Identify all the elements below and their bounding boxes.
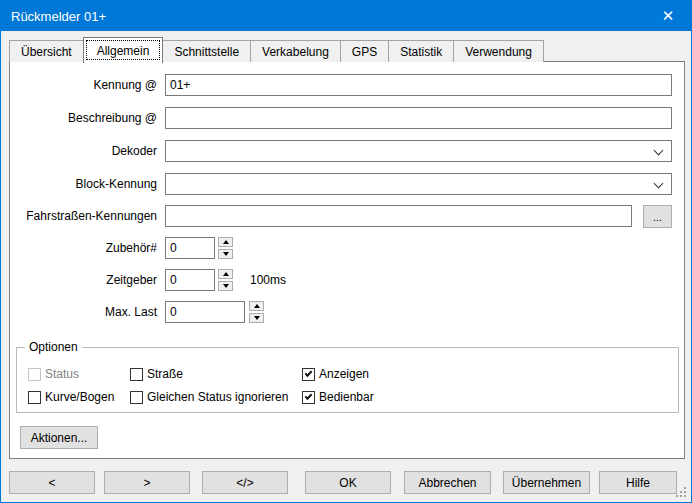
tab-label: Statistik bbox=[400, 45, 442, 59]
close-icon: ✕ bbox=[662, 7, 675, 25]
checkbox-label: Gleichen Status ignorieren bbox=[147, 390, 288, 404]
dekoder-label: Dekoder bbox=[10, 140, 157, 162]
tab-label: Übersicht bbox=[21, 45, 72, 59]
zubehoer-input[interactable] bbox=[165, 237, 215, 259]
tab-label: GPS bbox=[352, 45, 377, 59]
beschreibung-label: Beschreibung @ bbox=[10, 107, 157, 129]
checkbox-label: Straße bbox=[147, 367, 183, 381]
arrow-up-icon bbox=[223, 240, 229, 244]
checkbox-box[interactable] bbox=[28, 391, 41, 404]
checkbox-status: Status bbox=[28, 367, 79, 381]
zeitgeber-label: Zeitgeber bbox=[10, 269, 157, 291]
chevron-down-icon bbox=[654, 146, 664, 156]
checkbox-strasse[interactable]: Straße bbox=[130, 367, 183, 381]
tab-label: Allgemein bbox=[97, 44, 150, 58]
spin-down-button[interactable] bbox=[218, 281, 233, 291]
zubehoer-spinner bbox=[218, 237, 233, 259]
arrow-down-icon bbox=[254, 316, 260, 320]
arrow-down-icon bbox=[223, 252, 229, 256]
checkbox-anzeigen[interactable]: Anzeigen bbox=[302, 367, 369, 381]
checkbox-box[interactable] bbox=[130, 391, 143, 404]
tab-statistik[interactable]: Statistik bbox=[388, 40, 454, 62]
max-last-input[interactable] bbox=[165, 301, 245, 323]
kennung-input[interactable] bbox=[165, 74, 672, 96]
next-button[interactable]: > bbox=[104, 471, 190, 494]
arrow-up-icon bbox=[223, 272, 229, 276]
block-kennung-label: Block-Kennung bbox=[10, 173, 157, 195]
checkbox-label: Kurve/Bogen bbox=[45, 390, 114, 404]
checkbox-box[interactable] bbox=[302, 391, 315, 404]
tab-label: Schnittstelle bbox=[174, 45, 239, 59]
resize-grip[interactable] bbox=[684, 495, 686, 497]
zeitgeber-input[interactable] bbox=[165, 269, 215, 291]
checkbox-gleichen-status-ignorieren[interactable]: Gleichen Status ignorieren bbox=[130, 390, 288, 404]
tab-allgemein[interactable]: Allgemein bbox=[83, 37, 164, 63]
checkbox-box[interactable] bbox=[302, 368, 315, 381]
block-kennung-combobox[interactable] bbox=[165, 173, 672, 195]
aktionen-button[interactable]: Aktionen... bbox=[20, 426, 98, 449]
checkbox-label: Bedienbar bbox=[319, 390, 374, 404]
spin-up-button[interactable] bbox=[249, 301, 264, 311]
cancel-button[interactable]: Abbrechen bbox=[404, 471, 491, 494]
tab-schnittstelle[interactable]: Schnittstelle bbox=[162, 40, 251, 62]
dialog-rueckmelder: Rückmelder 01+ ✕ Übersicht Allgemein Sch… bbox=[0, 0, 692, 503]
tab-label: Verkabelung bbox=[262, 45, 329, 59]
zeitgeber-spinner bbox=[218, 269, 233, 291]
spin-up-button[interactable] bbox=[218, 237, 233, 247]
dekoder-combobox[interactable] bbox=[165, 140, 672, 162]
checkbox-box[interactable] bbox=[130, 368, 143, 381]
optionen-groupbox: Optionen Status Straße Anzeigen Kurve/Bo… bbox=[16, 347, 679, 413]
prev-button[interactable]: < bbox=[9, 471, 95, 494]
zubehoer-label: Zubehör# bbox=[10, 237, 157, 259]
check-icon bbox=[305, 392, 313, 400]
close-button[interactable]: ✕ bbox=[645, 1, 691, 31]
check-icon bbox=[305, 369, 313, 377]
titlebar[interactable]: Rückmelder 01+ ✕ bbox=[1, 1, 691, 31]
ok-button[interactable]: OK bbox=[305, 471, 391, 494]
window-title: Rückmelder 01+ bbox=[11, 9, 106, 24]
kennung-label: Kennung @ bbox=[10, 74, 157, 96]
chevron-down-icon bbox=[654, 179, 664, 189]
checkbox-label: Status bbox=[45, 367, 79, 381]
zeitgeber-unit-label: 100ms bbox=[250, 269, 286, 291]
spin-up-button[interactable] bbox=[218, 269, 233, 279]
help-button[interactable]: Hilfe bbox=[599, 471, 677, 494]
fahrstrassen-label: Fahrstraßen-Kennungen bbox=[10, 205, 157, 227]
checkbox-kurve-bogen[interactable]: Kurve/Bogen bbox=[28, 390, 114, 404]
arrow-down-icon bbox=[223, 284, 229, 288]
tab-uebersicht[interactable]: Übersicht bbox=[9, 40, 84, 62]
optionen-legend: Optionen bbox=[25, 340, 82, 354]
tab-page-allgemein: Kennung @ Beschreibung @ Dekoder Block-K… bbox=[9, 61, 685, 459]
tab-bar: Übersicht Allgemein Schnittstelle Verkab… bbox=[9, 37, 543, 62]
checkbox-box bbox=[28, 368, 41, 381]
apply-button[interactable]: Übernehmen bbox=[503, 471, 590, 494]
max-last-spinner bbox=[249, 301, 264, 323]
spin-down-button[interactable] bbox=[249, 313, 264, 323]
beschreibung-input[interactable] bbox=[165, 107, 672, 129]
spin-down-button[interactable] bbox=[218, 249, 233, 259]
tab-verkabelung[interactable]: Verkabelung bbox=[250, 40, 341, 62]
tab-gps[interactable]: GPS bbox=[340, 40, 389, 62]
checkbox-bedienbar[interactable]: Bedienbar bbox=[302, 390, 374, 404]
code-button[interactable]: </> bbox=[202, 471, 288, 494]
tab-label: Verwendung bbox=[465, 45, 532, 59]
tab-verwendung[interactable]: Verwendung bbox=[453, 40, 544, 62]
fahrstrassen-browse-button[interactable]: ... bbox=[643, 205, 672, 228]
checkbox-label: Anzeigen bbox=[319, 367, 369, 381]
max-last-label: Max. Last bbox=[10, 301, 157, 323]
arrow-up-icon bbox=[254, 304, 260, 308]
fahrstrassen-input[interactable] bbox=[165, 205, 632, 227]
